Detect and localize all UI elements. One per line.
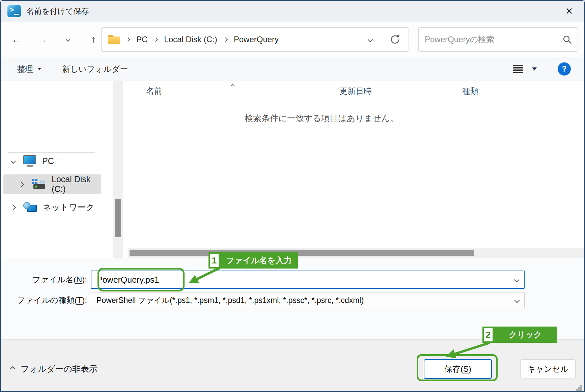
filename-label: ファイル名(N): <box>1 271 87 289</box>
folder-icon <box>108 36 120 44</box>
address-dropdown-chevron-icon[interactable] <box>368 37 373 42</box>
step1-label: ファイル名を入力 <box>220 252 298 269</box>
column-headers: 名前 更新日時 種類 <box>127 81 584 101</box>
navigation-bar: ← → ↑ PC Local Disk (C:) PowerQuery <box>1 22 584 57</box>
caret-down-icon <box>38 68 41 70</box>
refresh-button[interactable] <box>390 34 400 45</box>
horizontal-scrollbar[interactable] <box>128 248 584 258</box>
step1-highlight-box <box>98 268 185 291</box>
filetype-select[interactable]: PowerShell ファイル(*.ps1, *.psm1, *.psd1, *… <box>91 292 525 308</box>
organize-label: 整理 <box>17 64 33 75</box>
chevron-right-icon <box>154 37 158 42</box>
chevron-up-icon <box>10 366 16 371</box>
powershell-icon <box>7 5 21 17</box>
new-folder-button[interactable]: 新しいフォルダー <box>62 57 128 81</box>
tree-item-label: ネットワーク <box>43 202 94 213</box>
search-icon[interactable] <box>562 35 572 45</box>
breadcrumb-item-pc[interactable]: PC <box>136 35 147 44</box>
hide-folders-button[interactable]: フォルダーの非表示 <box>11 360 98 377</box>
network-icon <box>23 202 37 213</box>
view-dropdown-caret-icon[interactable] <box>532 67 537 71</box>
column-header-name[interactable]: 名前 <box>146 86 162 96</box>
hide-folders-label: フォルダーの非表示 <box>21 363 98 374</box>
command-toolbar: 整理 新しいフォルダー ? <box>1 57 584 81</box>
list-view-icon[interactable] <box>513 65 523 73</box>
refresh-icon <box>390 34 400 45</box>
column-separator <box>450 82 450 101</box>
tree-item-local-disk[interactable]: Local Disk (C:) <box>3 174 101 194</box>
filetype-value: PowerShell ファイル(*.ps1, *.psm1, *.psd1, *… <box>96 295 515 306</box>
breadcrumb-item-local-disk[interactable]: Local Disk (C:) <box>164 35 217 44</box>
save-as-dialog: 名前を付けて保存 × ← → ↑ PC Local Disk (C:) Powe… <box>0 0 585 392</box>
up-button[interactable]: ↑ <box>88 33 99 46</box>
new-folder-label: 新しいフォルダー <box>62 64 128 75</box>
column-separator <box>332 82 332 101</box>
cancel-label: キャンセル <box>527 364 569 374</box>
chevron-down-icon <box>11 158 16 164</box>
tree-item-pc[interactable]: PC <box>1 152 101 170</box>
chevron-right-icon <box>223 37 228 42</box>
address-bar[interactable]: PC Local Disk (C:) PowerQuery <box>101 27 409 52</box>
step2-number-badge: 2 <box>482 327 494 343</box>
search-box <box>418 27 578 52</box>
step2-callout: 2 クリック <box>482 327 557 343</box>
vertical-scrollbar[interactable] <box>113 81 123 258</box>
step2-label: クリック <box>494 327 557 343</box>
titlebar: 名前を付けて保存 × <box>1 1 584 22</box>
step1-arrow-icon <box>183 266 223 290</box>
filetype-dropdown-chevron-icon <box>514 298 520 303</box>
vertical-scrollbar-thumb[interactable] <box>115 199 121 237</box>
filename-dropdown-chevron-icon[interactable] <box>514 277 520 282</box>
tree-item-label: Local Disk (C:) <box>52 174 101 194</box>
navigation-pane: PC Local Disk (C:) ネットワーク <box>1 81 112 258</box>
empty-results-message: 検索条件に一致する項目はありません。 <box>187 113 456 124</box>
close-button[interactable]: × <box>561 3 577 19</box>
toolbar-right-group: ? <box>513 57 571 81</box>
resize-grip[interactable] <box>576 385 582 391</box>
file-list-panel: 名前 更新日時 種類 検索条件に一致する項目はありません。 <box>127 81 584 258</box>
search-input[interactable] <box>425 35 562 44</box>
window-title: 名前を付けて保存 <box>26 6 89 17</box>
chevron-down-icon <box>66 37 70 42</box>
organize-button[interactable]: 整理 <box>17 57 42 81</box>
column-header-date-modified[interactable]: 更新日時 <box>339 86 372 96</box>
chevron-right-icon <box>19 181 24 187</box>
nav-buttons: ← → ↑ <box>11 22 99 57</box>
history-dropdown-button[interactable] <box>62 33 74 46</box>
breadcrumb-item-powerquery[interactable]: PowerQuery <box>234 35 279 44</box>
content-area: PC Local Disk (C:) ネットワーク <box>1 81 584 258</box>
step2-arrow-icon <box>438 341 495 362</box>
help-button[interactable]: ? <box>558 62 571 76</box>
pc-icon <box>23 155 36 164</box>
sort-ascending-icon <box>230 84 235 88</box>
back-button[interactable]: ← <box>11 33 22 46</box>
chevron-right-icon <box>11 204 16 210</box>
cancel-button[interactable]: キャンセル <box>520 359 576 379</box>
filetype-label: ファイルの種類(T): <box>1 292 87 308</box>
tree-item-label: PC <box>42 156 54 166</box>
local-disk-icon <box>31 179 46 190</box>
tree-item-network[interactable]: ネットワーク <box>1 198 101 216</box>
chevron-right-icon <box>126 37 130 42</box>
column-header-type[interactable]: 種類 <box>462 86 478 96</box>
horizontal-scrollbar-thumb[interactable] <box>130 250 474 256</box>
forward-button[interactable]: → <box>36 33 48 46</box>
